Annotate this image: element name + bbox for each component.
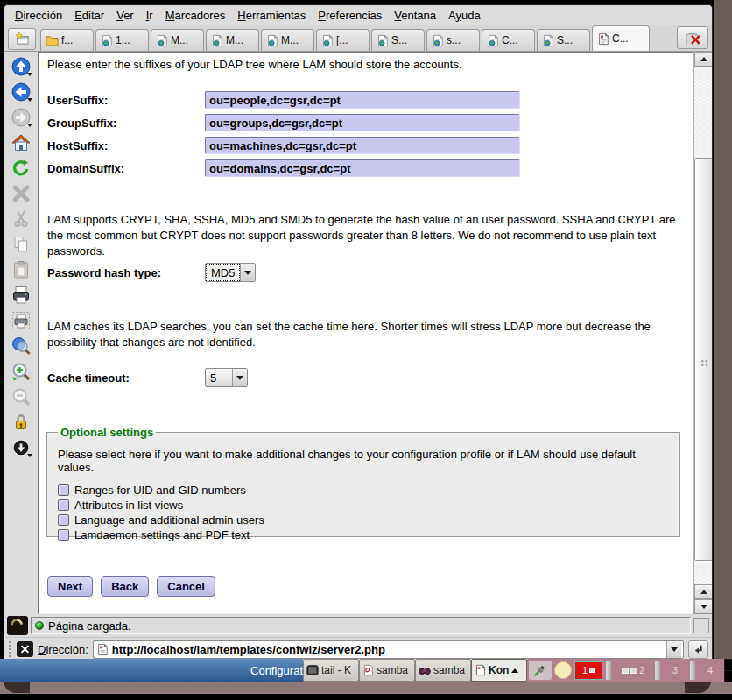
next-button[interactable]: Next [47,576,93,597]
tab-page-4[interactable]: M... [261,29,314,51]
scroll-down-button[interactable] [694,599,713,614]
group-suffix-input[interactable] [205,114,520,131]
menu-ver[interactable]: Ver [111,8,139,23]
zoom-in-button[interactable] [8,359,34,383]
home-button[interactable] [8,131,34,154]
light-bulb-applet[interactable] [554,661,572,679]
tab-page-1[interactable]: 1... [95,29,149,51]
back-button[interactable] [8,80,34,103]
menu-herramientas[interactable]: Herramientas [232,8,311,23]
up-button[interactable] [8,54,34,78]
host-suffix-row: HostSuffix: [47,137,520,154]
menu-ventana[interactable]: Ventana [389,8,441,23]
vertical-scrollbar[interactable] [693,52,712,614]
task-label: Kon [489,664,509,676]
optional-settings-legend: Optional settings [58,426,156,439]
task-konqueror-active[interactable]: Kon [471,659,527,682]
tab-page-3[interactable]: M... [206,29,259,51]
checkbox-row-lamdaemon[interactable]: Lamdaemon settings and PDF text [58,527,671,542]
scroll-up-button[interactable] [694,52,713,67]
print-button[interactable] [8,283,34,307]
menu-editar[interactable]: Editar [69,8,109,23]
pager-desktop-2[interactable]: 2 [615,661,651,680]
host-suffix-input[interactable] [205,137,520,154]
resize-grip[interactable] [693,618,709,633]
task-tail-konsole[interactable]: tail - K [303,659,359,682]
url-text[interactable]: http://localhost/lam/templates/confwiz/s… [112,643,663,656]
auto-scroll-button[interactable] [8,435,34,459]
stop-icon [11,183,32,204]
intro-text: Please enter the suffixes of your LDAP t… [47,58,684,71]
text-page-icon [475,664,486,676]
pager-desktop-1[interactable]: 1 [574,661,602,680]
pager-window-icon [622,668,629,674]
group-suffix-label: GroupSuffix: [47,117,205,130]
checkbox-icon[interactable] [58,529,69,541]
new-tab-button[interactable] [8,28,36,50]
checkbox-row-uid-gid[interactable]: Ranges for UID and GID numbers [58,483,671,498]
tab-configuration-active[interactable]: C... [592,25,650,51]
dropdown-button[interactable] [232,369,247,386]
checkbox-row-attributes[interactable]: Attributes in list views [58,498,671,513]
html-page-icon [211,34,223,47]
zoom-out-icon [11,386,32,407]
clear-location-button[interactable] [17,641,33,657]
color-picker-applet[interactable] [529,661,552,680]
html-page-icon [377,34,389,47]
group-suffix-row: GroupSuffix: [47,114,520,131]
menu-preferencias[interactable]: Preferencias [313,8,387,23]
pager-desktop-4[interactable]: 4 [699,661,721,680]
user-suffix-label: UserSuffix: [47,94,205,107]
location-combobox[interactable]: http://localhost/lam/templates/confwiz/s… [93,640,684,659]
cancel-button[interactable]: Cancel [157,576,215,597]
zoom-out-button [8,385,34,408]
go-button[interactable] [688,640,708,659]
pager-desktop-3[interactable]: 3 [664,661,686,680]
checkbox-icon[interactable] [58,514,69,526]
back-button-form[interactable]: Back [101,576,149,597]
find-button[interactable] [8,334,34,357]
location-dropdown-button[interactable] [666,641,681,658]
domain-suffix-input[interactable] [205,159,520,177]
close-tab-button[interactable] [677,26,708,49]
dropper-icon [532,662,548,678]
print-icon [11,285,32,306]
scrollbar-thumb[interactable] [694,158,713,561]
tab-label: S... [391,34,407,46]
checkbox-label: Ranges for UID and GID numbers [74,484,246,497]
tab-page-5[interactable]: [... [316,29,370,51]
desktop-pager: 1 2 3 4 [574,661,721,680]
security-button[interactable] [8,410,34,434]
cache-timeout-select[interactable]: 5 [205,368,248,387]
tab-folder[interactable]: f... [40,29,94,51]
enter-arrow-icon [692,643,705,656]
print-frame-button[interactable] [8,308,34,332]
kde-panel: Configurat tail - K samba samba Kon 1 [0,659,732,682]
task-samba-pdf[interactable]: samba [359,659,415,682]
tab-label: f... [61,34,73,46]
task-samba-find[interactable]: samba [415,659,471,682]
checkbox-icon[interactable] [58,484,69,496]
hash-type-select[interactable]: MD5 [205,263,256,282]
tab-page-8[interactable]: C... [482,29,535,51]
checkbox-icon[interactable] [58,499,69,511]
tab-label: M... [171,34,188,46]
tab-page-7[interactable]: s... [426,29,480,51]
dropdown-arrow-icon [27,454,32,457]
scroll-up-button-2[interactable] [694,584,713,599]
tab-page-2[interactable]: M... [151,29,204,51]
menu-direccion[interactable]: Dirección [10,8,67,23]
task-label: samba [377,664,408,676]
activity-indicator-icon [7,616,28,635]
menu-marcadores[interactable]: Marcadores [160,8,231,23]
user-suffix-input[interactable] [205,91,520,109]
reload-button[interactable] [8,156,34,180]
menu-ir[interactable]: Ir [141,8,158,23]
dropdown-button[interactable] [240,264,255,281]
toolbar-drag-handle[interactable] [8,640,12,658]
menu-ayuda[interactable]: Ayuda [443,8,486,23]
tab-page-9[interactable]: S... [537,29,590,51]
tab-page-6[interactable]: S... [371,29,425,51]
checkbox-row-language[interactable]: Language and additional admin users [58,513,671,527]
window-titlebar-strip[interactable]: Configurat [0,659,303,682]
